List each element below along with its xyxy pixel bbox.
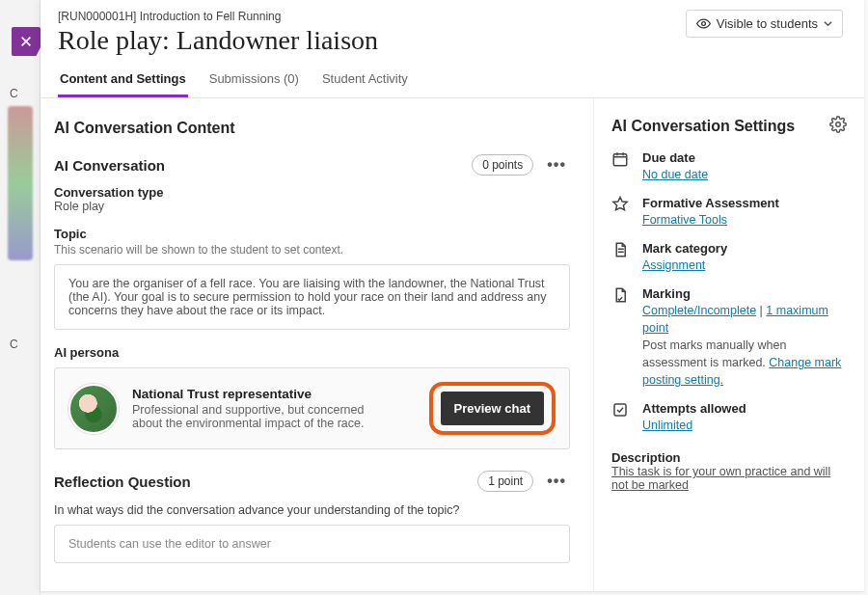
marking-scheme-link[interactable]: Complete/Incomplete	[642, 304, 756, 317]
section-title-main: AI Conversation Content	[54, 120, 570, 137]
svg-point-1	[836, 122, 841, 127]
tab-content-settings[interactable]: Content and Settings	[58, 62, 188, 97]
ai-persona-label: AI persona	[54, 345, 570, 360]
page-title: Role play: Landowner liaison	[58, 25, 378, 56]
tab-submissions[interactable]: Submissions (0)	[207, 62, 301, 97]
svg-rect-2	[613, 154, 627, 166]
close-icon	[19, 35, 33, 48]
reflection-more-menu[interactable]: •••	[543, 471, 570, 492]
attempts-link[interactable]: Unlimited	[642, 419, 692, 432]
preview-chat-button[interactable]: Preview chat	[441, 392, 545, 425]
close-panel-button[interactable]	[12, 27, 41, 56]
persona-card: National Trust representative Profession…	[54, 367, 570, 449]
tab-bar: Content and Settings Submissions (0) Stu…	[41, 62, 864, 98]
due-date-label: Due date	[642, 150, 708, 165]
attempts-label: Attempts allowed	[642, 401, 746, 416]
calendar-icon	[611, 150, 631, 170]
backdrop-panel: C C	[0, 0, 41, 595]
description-text[interactable]: This task is for your own practice and w…	[611, 465, 847, 492]
persona-name: National Trust representative	[132, 387, 393, 401]
marking-icon	[611, 286, 631, 306]
svg-rect-3	[614, 404, 626, 416]
backdrop-thumbnail	[8, 106, 33, 260]
visibility-label: Visible to students	[717, 16, 818, 31]
points-pill[interactable]: 0 points	[472, 154, 533, 176]
marking-post-text: Post marks manually when assessment is m…	[642, 338, 786, 369]
description-label: Description	[611, 450, 847, 465]
reflection-question-text: In what ways did the conversation advanc…	[54, 503, 570, 517]
mark-category-link[interactable]: Assignment	[642, 258, 705, 272]
preview-chat-highlight: Preview chat	[429, 382, 556, 435]
slideout-panel: [RUN000001H] Introduction to Fell Runnin…	[41, 0, 864, 591]
breadcrumb: [RUN000001H] Introduction to Fell Runnin…	[58, 10, 378, 23]
caret-down-icon	[824, 19, 832, 28]
conversation-type-label: Conversation type	[54, 185, 570, 200]
conversation-heading: AI Conversation	[54, 157, 165, 174]
marking-sep: |	[756, 304, 766, 317]
topic-help-text: This scenario will be shown to the stude…	[54, 243, 570, 257]
persona-description: Professional and supportive, but concern…	[132, 403, 393, 430]
document-icon	[611, 241, 631, 260]
reflection-points-pill[interactable]: 1 point	[477, 471, 533, 492]
star-icon	[611, 196, 631, 215]
topic-text-box[interactable]: You are the organiser of a fell race. Yo…	[54, 264, 570, 330]
panel-header: [RUN000001H] Introduction to Fell Runnin…	[41, 0, 864, 62]
formative-label: Formative Assessment	[642, 196, 779, 210]
marking-label: Marking	[642, 286, 847, 301]
backdrop-letter-1: C	[10, 87, 18, 100]
visibility-dropdown[interactable]: Visible to students	[686, 10, 843, 38]
due-date-link[interactable]: No due date	[642, 168, 708, 181]
svg-point-0	[701, 22, 705, 26]
backdrop-letter-2: C	[10, 338, 18, 351]
formative-link[interactable]: Formative Tools	[642, 213, 727, 227]
settings-gear-button[interactable]	[829, 116, 847, 137]
tab-student-activity[interactable]: Student Activity	[320, 62, 410, 97]
settings-column: AI Conversation Settings Due date No due…	[594, 98, 864, 591]
conversation-more-menu[interactable]: •••	[543, 154, 570, 176]
mark-category-label: Mark category	[642, 241, 727, 256]
main-column: AI Conversation Content AI Conversation …	[41, 98, 594, 591]
eye-icon	[696, 16, 711, 31]
settings-heading: AI Conversation Settings	[611, 118, 795, 135]
check-square-icon	[611, 401, 631, 420]
gear-icon	[829, 116, 847, 133]
topic-label: Topic	[54, 227, 570, 241]
persona-avatar	[68, 384, 119, 434]
conversation-type-value: Role play	[54, 200, 570, 213]
reflection-answer-box[interactable]: Students can use the editor to answer	[54, 525, 570, 563]
reflection-heading: Reflection Question	[54, 473, 191, 490]
